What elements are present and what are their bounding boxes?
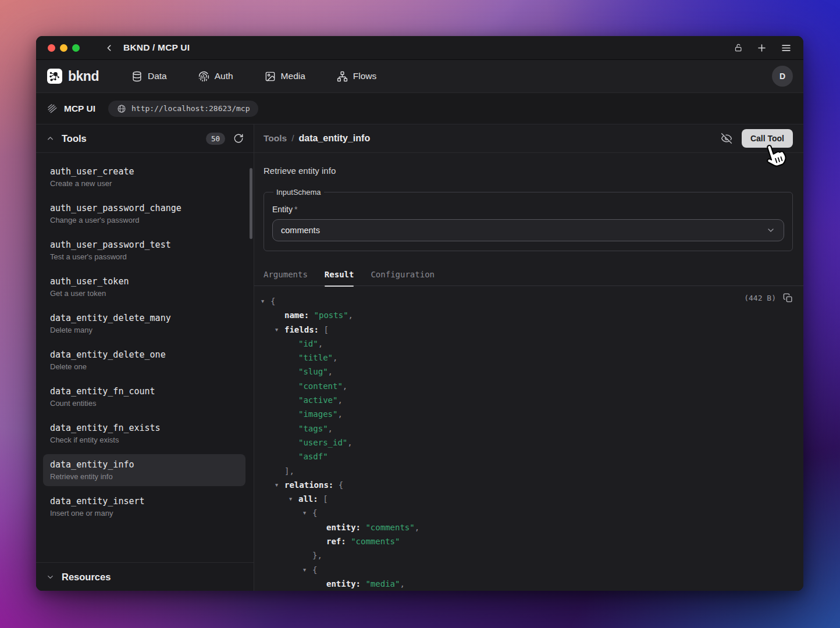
tool-description: Check if entity exists <box>50 436 239 444</box>
back-button[interactable] <box>104 43 114 53</box>
sidebar-item-data_entity_insert[interactable]: data_entity_insertInsert one or many <box>43 491 245 523</box>
menu-button[interactable] <box>781 42 792 53</box>
tool-description: Get a user token <box>50 289 239 298</box>
tool-name: data_entity_delete_many <box>50 313 239 323</box>
nav-item-label: Auth <box>215 71 233 81</box>
sidebar-item-auth_user_create[interactable]: auth_user_createCreate a new user <box>43 161 245 193</box>
tool-description: Delete many <box>50 326 239 334</box>
brand-logo[interactable]: bknd <box>47 68 99 84</box>
nav-item-label: Media <box>281 71 305 81</box>
call-tool-button[interactable]: Call Tool <box>742 129 793 148</box>
collapse-toggle-icon[interactable]: ▼ <box>303 506 306 520</box>
json-line: ▼{ <box>262 294 793 308</box>
nav-item-data[interactable]: Data <box>131 71 167 82</box>
entity-select[interactable]: comments <box>272 219 784 241</box>
json-line: "images", <box>262 407 793 421</box>
chevron-up-icon[interactable] <box>46 134 55 143</box>
tool-name: auth_user_password_change <box>50 203 239 213</box>
nav-item-flows[interactable]: Flows <box>337 71 376 82</box>
result-pane: (442 B) ▼{name: "posts",▼fields: ["id","… <box>254 286 803 591</box>
database-icon <box>131 71 143 82</box>
eye-off-icon[interactable] <box>721 133 732 144</box>
collapse-toggle-icon[interactable]: ▼ <box>275 478 278 492</box>
nav-item-media[interactable]: Media <box>265 71 305 82</box>
sidebar-item-auth_user_token[interactable]: auth_user_tokenGet a user token <box>43 271 245 303</box>
tool-name: data_entity_insert <box>50 496 239 506</box>
nav-item-label: Data <box>148 71 167 81</box>
maximize-window-button[interactable] <box>72 44 80 52</box>
sidebar-item-data_entity_delete_many[interactable]: data_entity_delete_manyDelete many <box>43 308 245 340</box>
avatar-letter: D <box>780 72 785 81</box>
mcp-ui-bar: MCP UI http://localhost:28623/mcp <box>36 92 803 124</box>
fingerprint-icon <box>198 71 209 82</box>
entity-select-value: comments <box>281 226 320 235</box>
main-nav: DataAuthMediaFlows <box>131 71 376 82</box>
tools-count-badge: 50 <box>206 133 225 145</box>
window-titlebar: BKND / MCP UI <box>36 36 803 60</box>
plus-icon <box>756 42 767 53</box>
sidebar-item-auth_user_password_test[interactable]: auth_user_password_testTest a user's pas… <box>43 234 245 266</box>
app-window: BKND / MCP UI <box>36 36 803 591</box>
tools-sidebar: Tools 50 auth_user_createCreate a new us… <box>36 124 254 591</box>
json-viewer: ▼{name: "posts",▼fields: ["id","title","… <box>262 294 793 591</box>
lock-open-icon[interactable] <box>734 43 743 52</box>
tools-section-header[interactable]: Tools 50 <box>36 124 254 153</box>
sidebar-item-data_entity_fn_exists[interactable]: data_entity_fn_existsCheck if entity exi… <box>43 418 245 449</box>
tool-description: Delete one <box>50 362 239 371</box>
json-line: "slug", <box>262 365 793 379</box>
tab-result[interactable]: Result <box>325 263 354 286</box>
tool-description: Test a user's password <box>50 252 239 261</box>
json-line: ▼all: [ <box>262 492 793 506</box>
mcp-ui-label: MCP UI <box>64 104 95 114</box>
breadcrumb-tool-name: data_entity_info <box>299 133 371 144</box>
tab-arguments[interactable]: Arguments <box>264 263 308 286</box>
chevron-down-icon <box>766 226 775 235</box>
entity-field-label: Entity* <box>272 205 784 214</box>
sidebar-item-data_entity_delete_one[interactable]: data_entity_delete_oneDelete one <box>43 344 245 376</box>
sidebar-item-data_entity_info[interactable]: data_entity_infoRetrieve entity info <box>43 454 245 486</box>
mcp-url: http://localhost:28623/mcp <box>131 104 250 113</box>
tool-name: auth_user_create <box>50 166 239 177</box>
resources-section-title: Resources <box>62 572 111 583</box>
tool-description: Retrieve entity info <box>50 472 239 481</box>
close-window-button[interactable] <box>48 44 55 52</box>
nav-item-auth[interactable]: Auth <box>198 71 233 82</box>
json-line: ▼fields: [ <box>262 323 793 337</box>
tool-description: Insert one or many <box>50 509 239 518</box>
input-schema-legend: InputSchema <box>273 188 324 197</box>
bknd-logo-icon <box>47 68 63 84</box>
resources-section-header[interactable]: Resources <box>36 562 254 591</box>
refresh-tools-button[interactable] <box>233 133 244 144</box>
json-line: ▼{ <box>262 563 793 577</box>
user-avatar[interactable]: D <box>772 66 793 87</box>
collapse-toggle-icon[interactable]: ▼ <box>261 294 264 308</box>
json-line: entity: "comments", <box>262 520 793 534</box>
collapse-toggle-icon[interactable]: ▼ <box>303 563 306 577</box>
json-line: "content", <box>262 379 793 393</box>
traffic-lights <box>48 44 80 52</box>
tool-description: Retrieve entity info <box>264 166 794 176</box>
sidebar-item-data_entity_fn_count[interactable]: data_entity_fn_countCount entities <box>43 381 245 413</box>
menu-icon <box>781 42 792 53</box>
json-line: "users_id", <box>262 436 793 449</box>
sidebar-item-auth_user_password_change[interactable]: auth_user_password_changeChange a user's… <box>43 198 245 230</box>
sidebar-scrollbar-thumb[interactable] <box>250 168 252 239</box>
json-line: "tags", <box>262 422 793 436</box>
app-navbar: bknd DataAuthMediaFlows D <box>36 60 803 92</box>
collapse-toggle-icon[interactable]: ▼ <box>289 492 292 506</box>
input-schema-fieldset: InputSchema Entity* comments <box>264 188 793 251</box>
json-line: }, <box>262 548 793 562</box>
chevron-left-icon <box>104 43 114 53</box>
globe-icon <box>117 104 126 113</box>
minimize-window-button[interactable] <box>60 44 67 52</box>
breadcrumb-tools-link[interactable]: Tools <box>264 133 287 144</box>
required-marker: * <box>294 205 297 214</box>
nav-item-label: Flows <box>353 71 376 81</box>
json-line: entity: "media", <box>262 577 793 591</box>
collapse-toggle-icon[interactable]: ▼ <box>275 323 278 337</box>
new-tab-button[interactable] <box>756 42 767 53</box>
tab-configuration[interactable]: Configuration <box>371 263 435 286</box>
tool-detail-header: Tools / data_entity_info Call Tool <box>254 124 803 153</box>
json-line: ▼relations: { <box>262 478 793 492</box>
mcp-url-chip[interactable]: http://localhost:28623/mcp <box>108 101 259 117</box>
